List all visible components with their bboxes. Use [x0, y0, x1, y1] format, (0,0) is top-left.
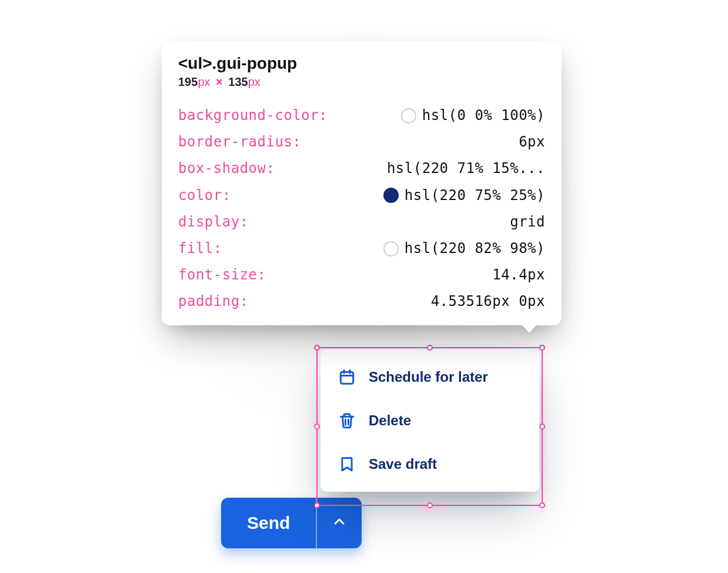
style-value-text: grid: [510, 213, 545, 231]
color-swatch-icon: [401, 108, 416, 124]
calendar-icon: [338, 368, 356, 386]
style-colon: :: [258, 266, 266, 284]
tooltip-height: 135: [228, 75, 248, 88]
tooltip-style-row: fill:hsl(220 82% 98%): [178, 239, 545, 258]
selection-handle[interactable]: [314, 345, 320, 351]
tooltip-style-row: background-color:hsl(0 0% 100%): [178, 106, 545, 125]
popup-menu-item-label: Save draft: [369, 456, 437, 472]
style-value-text: 14.4px: [492, 266, 545, 284]
style-property-name: background-color: [178, 106, 319, 125]
svg-rect-0: [340, 372, 353, 384]
tooltip-style-row: border-radius:6px: [178, 133, 545, 151]
color-swatch-icon: [383, 188, 399, 203]
tooltip-selector: <ul>.gui-popup: [178, 54, 545, 73]
tooltip-style-row: padding:4.53516px 0px: [178, 292, 545, 311]
send-chevron-button[interactable]: [316, 498, 362, 548]
selection-handle[interactable]: [539, 424, 545, 429]
style-value-text: 4.53516px 0px: [431, 292, 545, 311]
send-button[interactable]: Send: [221, 498, 316, 548]
style-property-name: border-radius: [178, 133, 292, 151]
tooltip-style-row: font-size:14.4px: [178, 266, 545, 284]
popup-menu-item[interactable]: Schedule for later: [320, 355, 539, 399]
style-value-text: hsl(0 0% 100%): [422, 106, 545, 125]
tooltip-style-row: color:hsl(220 75% 25%): [178, 186, 545, 205]
style-property-value: hsl(220 71% 15%...: [275, 159, 545, 178]
popup-menu-item[interactable]: Save draft: [320, 442, 539, 486]
style-property-name: display: [178, 213, 240, 231]
tooltip-dimensions: 195px × 135px: [178, 75, 545, 89]
tooltip-width: 195: [178, 75, 198, 88]
selection-handle[interactable]: [539, 502, 545, 508]
trash-icon: [338, 412, 356, 429]
selection-handle[interactable]: [427, 502, 433, 508]
style-property-name: box-shadow: [178, 159, 266, 178]
tooltip-height-unit: px: [248, 75, 261, 88]
tooltip-selector-class: .gui-popup: [212, 54, 298, 72]
style-property-name: fill: [178, 239, 213, 258]
style-colon: :: [319, 106, 328, 125]
style-colon: :: [240, 213, 249, 231]
tooltip-style-row: box-shadow:hsl(220 71% 15%...: [178, 159, 545, 178]
style-value-text: 6px: [519, 133, 545, 151]
gui-popup: Schedule for laterDeleteSave draft: [320, 349, 539, 492]
style-value-text: hsl(220 71% 15%...: [387, 159, 545, 178]
popup-menu-item-label: Delete: [369, 412, 411, 429]
popup-menu-item-label: Schedule for later: [369, 369, 488, 385]
style-property-name: padding: [178, 292, 240, 311]
style-colon: :: [222, 186, 231, 205]
tooltip-style-rows: background-color:hsl(0 0% 100%)border-ra…: [178, 106, 545, 311]
style-property-value: hsl(220 75% 25%): [231, 186, 545, 205]
style-property-value: 6px: [301, 133, 545, 151]
style-property-value: hsl(0 0% 100%): [328, 106, 545, 125]
tooltip-style-row: display:grid: [178, 213, 545, 231]
send-button-label: Send: [247, 513, 290, 533]
style-property-value: 14.4px: [266, 266, 546, 284]
send-split-button: Send: [221, 498, 362, 548]
style-property-name: color: [178, 186, 222, 205]
selection-handle[interactable]: [539, 345, 545, 351]
style-colon: :: [292, 133, 301, 151]
style-property-value: hsl(220 82% 98%): [222, 239, 545, 258]
tooltip-width-unit: px: [198, 75, 210, 88]
devtools-tooltip: <ul>.gui-popup 195px × 135px background-…: [162, 41, 562, 325]
selection-handle[interactable]: [314, 424, 320, 429]
tooltip-times: ×: [216, 75, 223, 88]
style-colon: :: [213, 239, 222, 258]
bookmark-icon: [338, 455, 356, 473]
style-colon: :: [240, 292, 249, 311]
style-colon: :: [266, 159, 275, 178]
style-property-value: 4.53516px 0px: [249, 292, 545, 311]
style-value-text: hsl(220 75% 25%): [405, 186, 545, 205]
style-property-name: font-size: [178, 266, 258, 284]
color-swatch-icon: [383, 241, 399, 256]
style-property-value: grid: [249, 213, 545, 231]
popup-menu-item[interactable]: Delete: [320, 399, 539, 442]
tooltip-selector-tag: <ul>: [178, 54, 212, 72]
chevron-up-icon: [332, 515, 346, 531]
style-value-text: hsl(220 82% 98%): [405, 239, 545, 258]
